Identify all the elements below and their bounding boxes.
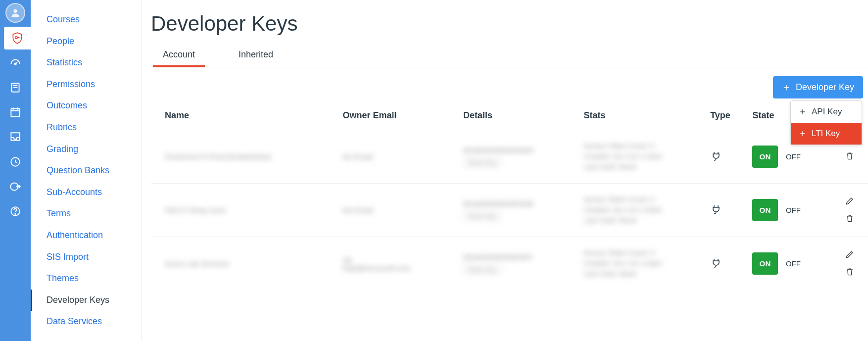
speedometer-icon (9, 56, 22, 69)
add-developer-key-label: Developer Key (796, 82, 854, 93)
developer-keys-table: Name Owner Email Details Stats Type Stat… (151, 103, 868, 290)
rail-dashboard[interactable] (4, 51, 27, 74)
cell-state: ONOFF (747, 184, 831, 237)
sidenav-grading[interactable]: Grading (31, 139, 142, 160)
rail-courses[interactable] (4, 76, 27, 99)
global-rail (0, 0, 31, 341)
th-stats: Stats (579, 103, 706, 130)
tab-inherited[interactable]: Inherited (229, 45, 283, 67)
plus-icon (782, 83, 791, 92)
svg-point-1 (15, 37, 17, 39)
cell-stats: Access Token Count: 0Created: Jun 2 at 1… (579, 237, 706, 291)
state-off-button[interactable]: OFF (783, 146, 804, 168)
shield-key-icon (11, 32, 24, 45)
book-icon (9, 81, 22, 94)
trash-icon (845, 267, 855, 277)
plug-icon (710, 150, 722, 162)
sidenav-terms[interactable]: Terms (31, 203, 142, 225)
dropdown-lti-key-label: LTI Key (812, 129, 840, 139)
table-row: OneDriveLTI-Prod (EmbedView)No Email8534… (151, 130, 868, 184)
logout-icon (9, 180, 22, 193)
edit-button[interactable] (845, 196, 855, 207)
help-icon (9, 205, 22, 218)
sidenav-authentication[interactable]: Authentication (31, 225, 142, 246)
sidenav-sis-import[interactable]: SIS Import (31, 246, 142, 268)
clock-icon (9, 155, 22, 168)
tab-account[interactable]: Account (153, 45, 205, 67)
table-row: Azure Lab Servicessiphelp@microsoft.com8… (151, 237, 868, 291)
cell-type (705, 237, 747, 291)
cell-email: siphelp@microsoft.com (338, 237, 458, 291)
svg-point-13 (15, 213, 16, 214)
sidenav-data-services[interactable]: Data Services (31, 311, 142, 333)
trash-icon (845, 151, 855, 161)
cell-stats: Access Token Count: 0Created: Jun 4 at 1… (579, 130, 706, 184)
sidenav-question-banks[interactable]: Question Banks (31, 160, 142, 182)
table-row: ODLTI-Temp-Jun4No Email85340000000000308… (151, 184, 868, 237)
main-content: Developer Keys Account Inherited Develop… (142, 0, 868, 341)
inbox-icon (9, 131, 22, 144)
edit-button[interactable] (845, 249, 855, 261)
cell-type (705, 184, 747, 237)
cell-actions (832, 237, 868, 291)
tabs: Account Inherited (151, 45, 868, 67)
sidenav-developer-keys[interactable]: Developer Keys (31, 290, 142, 311)
state-on-button[interactable]: ON (752, 252, 778, 275)
dropdown-api-key[interactable]: API Key (791, 101, 862, 123)
plug-icon (710, 203, 722, 215)
calendar-icon (9, 106, 22, 119)
delete-button[interactable] (845, 213, 855, 225)
sidenav-people[interactable]: People (31, 31, 142, 52)
sidenav-outcomes[interactable]: Outcomes (31, 95, 142, 117)
developer-key-dropdown: API Key LTI Key (790, 100, 862, 145)
state-on-button[interactable]: ON (752, 199, 778, 221)
th-details: Details (458, 103, 579, 130)
sidenav-themes[interactable]: Themes (31, 268, 142, 290)
state-on-button[interactable]: ON (752, 146, 778, 168)
add-developer-key-button[interactable]: Developer Key (773, 76, 863, 98)
sidenav-courses[interactable]: Courses (31, 9, 142, 31)
th-name: Name (151, 103, 338, 130)
delete-button[interactable] (845, 151, 855, 162)
svg-rect-6 (11, 108, 19, 116)
state-off-button[interactable]: OFF (783, 199, 804, 221)
th-email: Owner Email (338, 103, 458, 130)
rail-calendar[interactable] (4, 101, 27, 124)
rail-admin-keys[interactable] (4, 27, 31, 49)
sidenav-sub-accounts[interactable]: Sub-Accounts (31, 182, 142, 203)
state-off-button[interactable]: OFF (783, 252, 804, 275)
sidenav-permissions[interactable]: Permissions (31, 74, 142, 96)
cell-stats: Access Token Count: 0Created: Jun 4 at 1… (579, 184, 706, 237)
plus-icon (799, 108, 807, 116)
rail-logout[interactable] (4, 175, 27, 198)
plus-icon (799, 130, 807, 138)
cell-details: 85340000000000309Show Key (458, 130, 579, 184)
plug-icon (710, 257, 722, 269)
pencil-icon (845, 249, 855, 259)
sidenav-rubrics[interactable]: Rubrics (31, 117, 142, 139)
cell-email: No Email (338, 184, 458, 237)
cell-details: 85340000000000307Show Key (458, 237, 579, 291)
cell-state: ONOFF (747, 237, 831, 291)
sidenav: Courses People Statistics Permissions Ou… (31, 0, 142, 341)
pencil-icon (845, 196, 855, 206)
toolbar: Developer Key (151, 67, 868, 103)
page-title: Developer Keys (151, 12, 868, 36)
cell-name: Azure Lab Services (151, 237, 338, 291)
dropdown-api-key-label: API Key (812, 107, 842, 117)
trash-icon (845, 213, 855, 223)
rail-inbox[interactable] (4, 126, 27, 148)
rail-history[interactable] (4, 150, 27, 173)
rail-help[interactable] (4, 200, 27, 223)
cell-email: No Email (338, 130, 458, 184)
delete-button[interactable] (845, 267, 855, 278)
cell-name: ODLTI-Temp-Jun4 (151, 184, 338, 237)
sidenav-statistics[interactable]: Statistics (31, 52, 142, 74)
cell-actions (832, 184, 868, 237)
dropdown-lti-key[interactable]: LTI Key (791, 123, 862, 145)
avatar[interactable] (5, 3, 25, 23)
svg-point-0 (13, 9, 17, 13)
th-type: Type (705, 103, 747, 130)
cell-details: 85340000000000308Show Key (458, 184, 579, 237)
svg-point-2 (14, 63, 16, 65)
